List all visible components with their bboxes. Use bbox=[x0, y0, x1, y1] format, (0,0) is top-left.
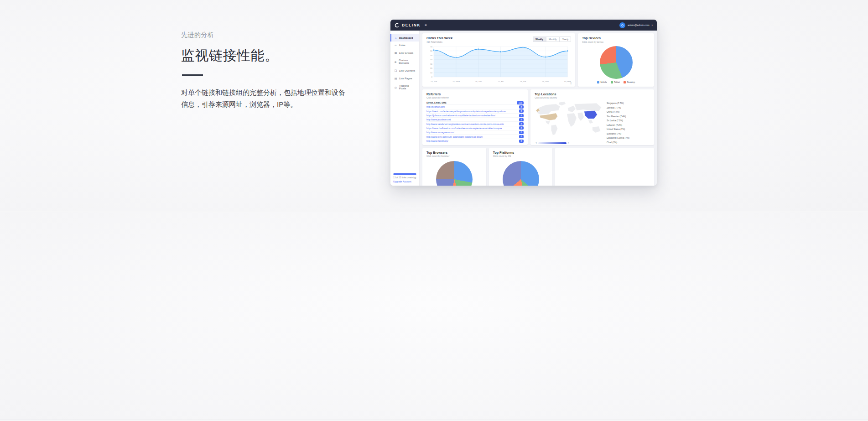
sidebar-item-label: Dashboard bbox=[399, 36, 413, 39]
heading-divider bbox=[182, 74, 203, 76]
analytics-content: Clicks This Week 413 Total Clicks Weekly… bbox=[420, 31, 657, 186]
referrer-count-badge: 8 bbox=[519, 118, 524, 121]
scale-gradient-bar bbox=[538, 142, 567, 144]
referrer-url[interactable]: Direct, Email, SMS bbox=[426, 101, 447, 104]
referrer-row: http://www.romaguera.com/ 8 bbox=[426, 130, 524, 135]
app-topbar: BELINK ≡ admin@admin.com ▾ bbox=[390, 20, 657, 31]
menu-icon[interactable]: ≡ bbox=[425, 23, 427, 27]
clicks-chart-card: Clicks This Week 413 Total Clicks Weekly… bbox=[422, 33, 575, 87]
chart-export-icon[interactable]: ↧ bbox=[570, 82, 572, 85]
country-list: Singapore (7.7%)Zambia (7.7%)China (7.4%… bbox=[607, 100, 650, 144]
user-email[interactable]: admin@admin.com bbox=[628, 24, 649, 26]
feature-paragraph: 对单个链接和链接组的完整分析，包括地理位置和设备信息，引荐来源网址，浏览器，IP… bbox=[181, 87, 351, 111]
svg-text:50: 50 bbox=[430, 54, 432, 56]
referrer-url[interactable]: http://www.hamill.org/ bbox=[426, 140, 448, 142]
map-color-scale: 4 7 bbox=[535, 142, 569, 144]
card-title: Top Locations bbox=[535, 93, 650, 96]
range-button[interactable]: Weekly bbox=[533, 36, 546, 42]
sidebar-item-label: Link Groups bbox=[399, 52, 413, 54]
sidebar-item-label: Link Pages bbox=[399, 77, 412, 80]
legend-label: Desktop bbox=[627, 81, 635, 83]
sidebar-item-icon: ▦ bbox=[394, 51, 397, 54]
top-devices-card: Top Devices Click count by device Mobile bbox=[578, 33, 654, 87]
sidebar-item-icon: ⊕ bbox=[394, 60, 397, 63]
referrer-url[interactable]: https://www.hodkiewicz.com/molestiae-omn… bbox=[426, 127, 502, 130]
legend-swatch bbox=[597, 81, 599, 83]
referrer-count-badge: 8 bbox=[519, 131, 524, 134]
map-russia bbox=[574, 103, 602, 111]
platforms-pie-chart bbox=[503, 161, 539, 186]
map-south-america bbox=[551, 125, 557, 135]
range-button[interactable]: Yearly bbox=[560, 36, 572, 42]
country-item: Zambia (7.7%) bbox=[607, 106, 650, 110]
sidebar-item[interactable]: ⌂ Dashboard bbox=[390, 34, 419, 42]
upgrade-account-link[interactable]: Upgrade Account bbox=[393, 180, 416, 183]
svg-text:70: 70 bbox=[430, 45, 432, 47]
svg-text:40: 40 bbox=[430, 58, 432, 61]
feature-heading: 监视链接性能。 bbox=[181, 47, 351, 65]
sidebar-item-label: Custom Domains bbox=[399, 59, 416, 64]
referrer-url[interactable]: http://www.romaguera.com/ bbox=[426, 131, 454, 134]
referrer-row: https://www.hodkiewicz.com/molestiae-omn… bbox=[426, 126, 524, 130]
sidebar-item-icon: ⌂ bbox=[394, 36, 397, 39]
svg-text:26, Thu: 26, Thu bbox=[475, 80, 482, 82]
sidebar-item-label: Link Overlays bbox=[399, 69, 415, 72]
svg-text:60: 60 bbox=[430, 50, 432, 52]
legend-item: Desktop bbox=[624, 81, 635, 83]
card-subtitle: Click count by browser bbox=[426, 155, 482, 157]
sidebar-item[interactable]: ▦ Link Groups bbox=[390, 49, 419, 57]
referrer-count-badge: 8 bbox=[519, 122, 524, 125]
pie-legend: Mobile Tablet Desktop bbox=[582, 81, 650, 83]
map-australia bbox=[593, 126, 601, 133]
referrer-url[interactable]: http://www.vandervort.org/quidem-sunt-ac… bbox=[426, 123, 504, 125]
referrer-row: Direct, Email, SMS 115 bbox=[426, 101, 524, 105]
country-item: Suriname (7%) bbox=[607, 132, 650, 136]
world-map bbox=[535, 100, 604, 140]
country-item: China (7.4%) bbox=[607, 110, 650, 114]
svg-text:27, Fri: 27, Fri bbox=[498, 80, 504, 82]
referrer-row: http://www.vandervort.org/quidem-sunt-ac… bbox=[426, 122, 524, 126]
gear-icon[interactable]: ⚙ bbox=[414, 176, 416, 179]
map-europe bbox=[567, 105, 576, 112]
sidebar-item[interactable]: ▤ Link Pages bbox=[390, 74, 419, 82]
range-button[interactable]: Monthly bbox=[546, 36, 560, 42]
sidebar-item[interactable]: ◎ Tracking Pixels bbox=[390, 82, 419, 92]
usage-progress-track bbox=[393, 173, 416, 175]
referrer-url[interactable]: https://west.com/autem-expedita-possimus… bbox=[426, 110, 509, 113]
svg-text:24, Tue: 24, Tue bbox=[431, 80, 437, 82]
card-subtitle: 413 Total Clicks bbox=[426, 41, 452, 43]
feature-manage-section: BELINK ≡ admin@admin.com ▾ ⌂ Dashboard bbox=[0, 212, 868, 420]
sidebar-item[interactable]: ∞ Links bbox=[390, 42, 419, 49]
country-item: Singapore (7.7%) bbox=[607, 101, 650, 106]
country-item: Lebanon (7.2%) bbox=[607, 123, 650, 128]
analytics-feature-text: 先进的分析 监视链接性能。 对单个链接和链接组的完整分析，包括地理位置和设备信息… bbox=[181, 31, 351, 111]
card-title: Top Platforms bbox=[493, 151, 549, 154]
map-canada bbox=[537, 104, 561, 115]
belink-logo-icon bbox=[395, 23, 400, 28]
legend-item: Mobile bbox=[597, 81, 607, 83]
svg-text:0: 0 bbox=[431, 76, 433, 78]
country-item: United States (7%) bbox=[607, 127, 650, 132]
sidebar-item[interactable]: ⊕ Custom Domains bbox=[390, 57, 419, 67]
referrer-url[interactable]: http://www.ferry.com/eum-laboriosam-inci… bbox=[426, 135, 483, 138]
feature-label: 先进的分析 bbox=[181, 31, 351, 39]
legend-swatch bbox=[624, 81, 626, 83]
svg-text:28, Sat: 28, Sat bbox=[520, 80, 526, 82]
map-china bbox=[584, 110, 598, 119]
map-greenland bbox=[559, 101, 566, 105]
feature-analytics-section: 先进的分析 监视链接性能。 对单个链接和链接组的完整分析，包括地理位置和设备信息… bbox=[0, 0, 868, 211]
user-avatar[interactable] bbox=[619, 22, 625, 28]
referrer-url[interactable]: https://johnson.com/ratione-hic-cupidita… bbox=[426, 114, 495, 117]
card-title: Top Devices bbox=[582, 36, 650, 40]
legend-label: Mobile bbox=[601, 81, 607, 83]
landing-page: 先进的分析 监视链接性能。 对单个链接和链接组的完整分析，包括地理位置和设备信息… bbox=[0, 0, 868, 421]
sidebar-item-label: Tracking Pixels bbox=[399, 84, 416, 90]
referrer-url[interactable]: http://www.jacobson.net/ bbox=[426, 118, 451, 121]
card-subtitle: Click count by referrer bbox=[426, 96, 524, 99]
top-browsers-card: Top Browsers Click count by browser bbox=[422, 148, 486, 186]
legend-item: Tablet bbox=[611, 81, 620, 83]
svg-text:29, Sun: 29, Sun bbox=[542, 80, 549, 82]
referrer-count-badge: 8 bbox=[519, 109, 524, 113]
referrer-url[interactable]: http://beahan.com/ bbox=[426, 105, 445, 108]
sidebar-item[interactable]: ❏ Link Overlays bbox=[390, 67, 419, 74]
